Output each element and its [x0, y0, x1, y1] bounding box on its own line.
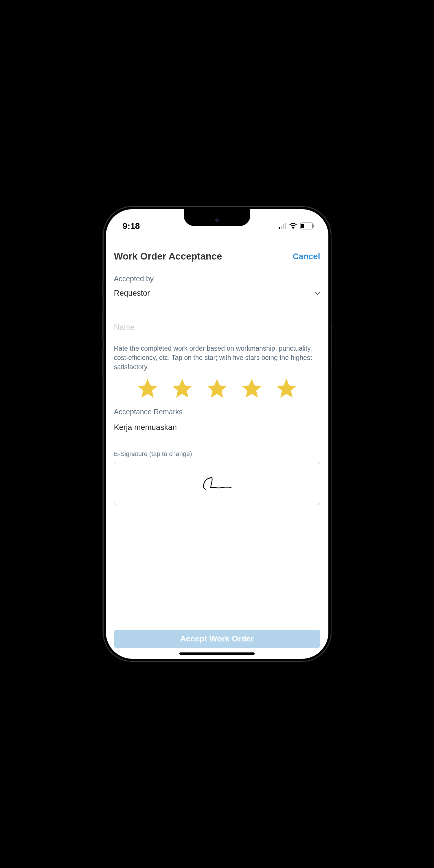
home-indicator[interactable]: [179, 652, 255, 655]
accepted-by-dropdown[interactable]: Requestor: [114, 286, 320, 303]
wifi-icon: [289, 223, 297, 229]
star-rating[interactable]: [114, 377, 320, 400]
page-title: Work Order Acceptance: [114, 251, 222, 262]
star-4[interactable]: [241, 377, 263, 400]
remarks-input[interactable]: Kerja memuaskan: [114, 420, 320, 438]
status-time: 9:18: [123, 221, 140, 231]
name-input[interactable]: [114, 303, 320, 335]
signature-label: E-Signature (tap to change): [114, 450, 320, 458]
accepted-by-label: Accepted by: [114, 275, 320, 283]
star-1[interactable]: [136, 377, 159, 400]
star-2[interactable]: [171, 377, 193, 400]
accept-work-order-button[interactable]: Accept Work Order: [114, 630, 320, 648]
star-3[interactable]: [206, 377, 228, 400]
remarks-label: Acceptance Remarks: [114, 408, 320, 416]
chevron-down-icon: [314, 292, 320, 295]
battery-icon: 23: [300, 222, 314, 229]
star-5[interactable]: [275, 377, 298, 400]
rating-instructions: Rate the completed work order based on w…: [114, 344, 320, 372]
cellular-signal-icon: [279, 223, 286, 229]
cancel-button[interactable]: Cancel: [292, 252, 320, 261]
signature-box[interactable]: [114, 462, 320, 505]
signature-drawing: [197, 473, 237, 494]
accepted-by-value: Requestor: [114, 289, 150, 298]
